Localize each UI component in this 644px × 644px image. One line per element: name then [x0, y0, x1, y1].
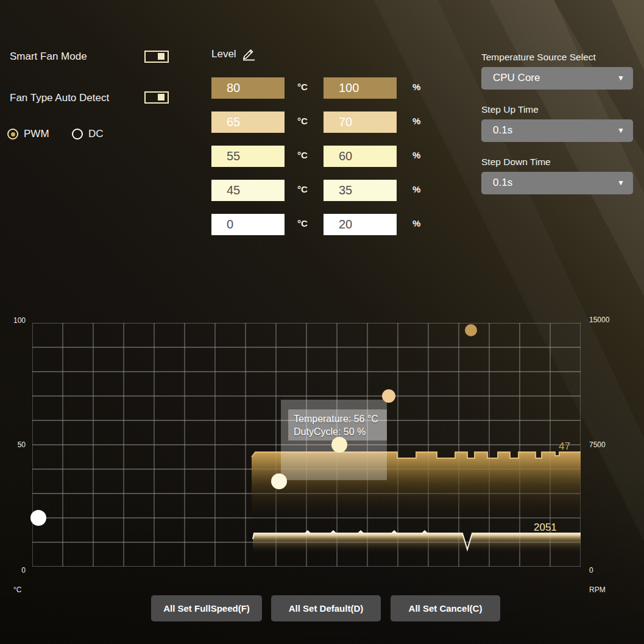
- duty-cycle-field[interactable]: 60: [324, 146, 397, 167]
- selector-label: Temperature Source Select: [481, 52, 633, 63]
- all-set-fullspeed-button[interactable]: All Set FullSpeed(F): [151, 595, 262, 621]
- smart-fan-mode-label: Smart Fan Mode: [10, 51, 87, 63]
- dropdown-value: 0.1s: [493, 177, 512, 189]
- smart-fan-mode-toggle[interactable]: [144, 51, 169, 63]
- left-axis-tick-100: 100: [5, 316, 26, 325]
- fan-curve-point[interactable]: [271, 473, 287, 489]
- celsius-unit-label: °C: [297, 150, 308, 160]
- live-duty-value: 47: [559, 441, 570, 453]
- fan-curve-point[interactable]: [465, 324, 477, 336]
- left-axis-tick-0: 0: [5, 566, 26, 575]
- radio-unselected-icon: [72, 129, 83, 140]
- toggle-knob: [158, 53, 165, 60]
- fan-curve-chart[interactable]: Temperature: 56 °C DutyCycle: 50 % 47 20…: [32, 323, 581, 567]
- radio-pwm-label: PWM: [24, 128, 49, 140]
- temperature-field[interactable]: 45: [211, 180, 285, 201]
- dropdown-value: 0.1s: [493, 124, 512, 136]
- temperature-field[interactable]: 55: [211, 146, 285, 167]
- temperature-field[interactable]: 0: [211, 214, 285, 235]
- percent-unit-label: %: [412, 150, 420, 160]
- fan-curve-point[interactable]: [331, 437, 347, 453]
- x-axis-unit-label: °C: [13, 586, 21, 594]
- step-up-time-dropdown[interactable]: 0.1s ▼: [481, 119, 633, 142]
- selector-label: Step Down Time: [481, 157, 633, 168]
- celsius-unit-label: °C: [297, 116, 308, 126]
- chevron-down-icon: ▼: [617, 74, 625, 82]
- step-up-time: Step Up Time 0.1s ▼: [481, 104, 633, 142]
- radio-selected-icon: [7, 129, 18, 140]
- right-axis-tick-7500: 7500: [589, 441, 606, 449]
- duty-cycle-field[interactable]: 100: [324, 77, 397, 99]
- radio-pwm[interactable]: PWM: [7, 128, 49, 140]
- tooltip-temperature: Temperature: 56 °C: [294, 412, 387, 425]
- tooltip-dutycycle: DutyCycle: 50 %: [294, 425, 387, 438]
- tooltip: Temperature: 56 °C DutyCycle: 50 %: [288, 409, 387, 441]
- percent-unit-label: %: [412, 82, 420, 92]
- step-down-time-dropdown[interactable]: 0.1s ▼: [481, 172, 633, 194]
- all-set-default-button[interactable]: All Set Default(D): [271, 595, 381, 621]
- temperature-source-dropdown[interactable]: CPU Core ▼: [481, 67, 633, 90]
- selector-label: Step Up Time: [481, 104, 633, 115]
- temperature-field[interactable]: 80: [211, 77, 285, 99]
- celsius-unit-label: °C: [297, 184, 308, 194]
- toggle-knob: [158, 94, 165, 101]
- fan-curve-point[interactable]: [30, 510, 46, 526]
- radio-dc[interactable]: DC: [72, 128, 104, 140]
- right-axis-tick-0: 0: [589, 566, 593, 575]
- duty-cycle-field[interactable]: 35: [324, 180, 397, 201]
- radio-dc-label: DC: [88, 128, 104, 140]
- live-rpm-value: 2051: [534, 522, 557, 534]
- percent-unit-label: %: [412, 116, 420, 126]
- level-row: 0 °C 20 %: [211, 214, 638, 235]
- duty-cycle-field[interactable]: 20: [324, 214, 397, 235]
- right-axis-unit-label: RPM: [589, 586, 606, 594]
- fan-curve-point[interactable]: [382, 389, 395, 403]
- left-axis-tick-50: 50: [5, 441, 26, 449]
- duty-cycle-field[interactable]: 70: [324, 111, 397, 133]
- temperature-source-select: Temperature Source Select CPU Core ▼: [481, 52, 633, 90]
- dropdown-value: CPU Core: [493, 72, 540, 84]
- percent-unit-label: %: [412, 218, 420, 228]
- percent-unit-label: %: [412, 184, 420, 194]
- chevron-down-icon: ▼: [617, 126, 625, 135]
- all-set-cancel-button[interactable]: All Set Cancel(C): [391, 595, 500, 621]
- rpm-trace: [253, 531, 581, 556]
- step-down-time: Step Down Time 0.1s ▼: [481, 157, 633, 194]
- smart-fan-page: Smart Fan Mode Fan Type Auto Detect PWM …: [0, 0, 644, 644]
- right-axis-tick-15000: 15000: [589, 316, 609, 324]
- celsius-unit-label: °C: [297, 218, 308, 228]
- temperature-field[interactable]: 65: [211, 111, 285, 133]
- chevron-down-icon: ▼: [617, 179, 625, 187]
- level-label: Level: [211, 48, 236, 60]
- fan-type-auto-detect-label: Fan Type Auto Detect: [10, 92, 109, 104]
- celsius-unit-label: °C: [297, 82, 308, 92]
- pencil-icon[interactable]: [240, 45, 257, 62]
- fan-type-auto-detect-toggle[interactable]: [144, 91, 169, 104]
